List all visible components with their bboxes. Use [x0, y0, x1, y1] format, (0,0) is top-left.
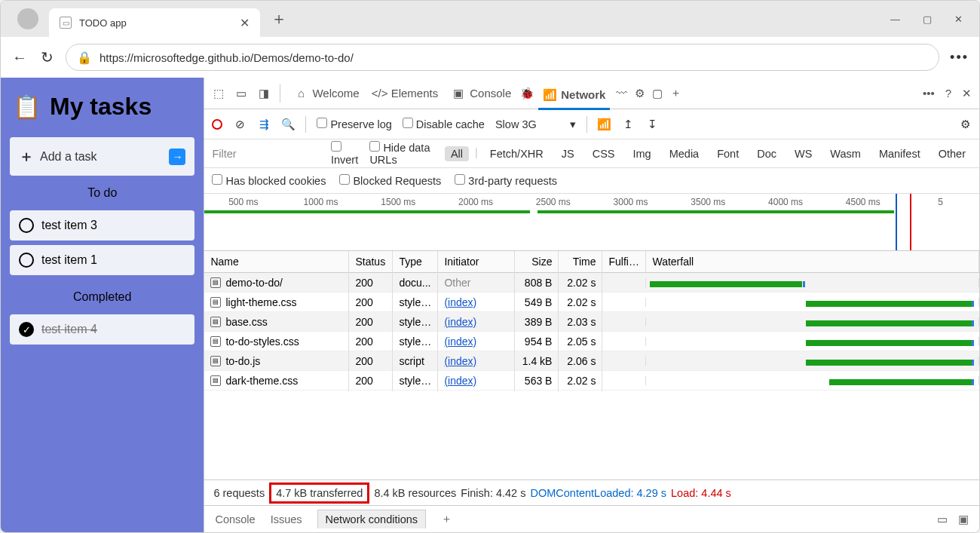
- request-row[interactable]: ▤demo-to-do/200docu...Other808 B2.02 s: [204, 273, 979, 293]
- todo-section-label: To do: [10, 186, 194, 200]
- drawer-computed-icon[interactable]: ▭: [937, 513, 948, 525]
- drawer-tabs: Console Issues Network conditions ＋ ▭ ▣: [204, 505, 979, 532]
- tab-network[interactable]: 📶Network: [538, 85, 610, 110]
- third-party-checkbox[interactable]: 3rd-party requests: [455, 174, 557, 187]
- help-icon[interactable]: ?: [945, 87, 951, 100]
- settings-gear-icon[interactable]: ⚙: [632, 87, 646, 100]
- filter-type-font[interactable]: Font: [711, 146, 745, 161]
- download-har-icon[interactable]: ↧: [646, 118, 660, 131]
- record-button[interactable]: [212, 119, 222, 130]
- tab-close-icon[interactable]: ✕: [240, 16, 250, 30]
- task-item-done[interactable]: ✓test item 4: [10, 314, 194, 345]
- devtools: ⬚ ▭ ◨ ⌂Welcome </>Elements ▣Console 🐞 📶N…: [204, 78, 979, 532]
- devtools-tabbar: ⬚ ▭ ◨ ⌂Welcome </>Elements ▣Console 🐞 📶N…: [204, 78, 979, 109]
- transferred-size: 4.7 kB transferred: [269, 482, 369, 504]
- new-tab-button[interactable]: ＋: [271, 8, 287, 30]
- filter-type-wasm[interactable]: Wasm: [824, 146, 867, 161]
- lock-icon: 🔒: [77, 51, 92, 65]
- tab-welcome[interactable]: ⌂Welcome: [289, 84, 363, 103]
- minimize-icon[interactable]: —: [890, 14, 900, 25]
- plus-icon: ＋: [19, 146, 34, 167]
- app-heading: 📋 My tasks: [10, 87, 194, 127]
- filter-type-media[interactable]: Media: [663, 146, 706, 161]
- request-row[interactable]: ▤dark-theme.css200styles...(index)563 B2…: [204, 371, 979, 391]
- filter-type-manifest[interactable]: Manifest: [873, 146, 926, 161]
- add-task-input[interactable]: ＋ Add a task →: [10, 137, 194, 176]
- drawer-network-conditions[interactable]: Network conditions: [317, 510, 427, 528]
- clear-icon[interactable]: ⊘: [233, 118, 247, 131]
- app-icon[interactable]: ▢: [651, 87, 664, 100]
- url-field[interactable]: 🔒 https://microsoftedge.github.io/Demos/…: [66, 44, 939, 71]
- request-row[interactable]: ▤light-theme.css200styles...(index)549 B…: [204, 293, 979, 312]
- resources-size: 8.4 kB resources: [374, 487, 456, 499]
- network-conditions-icon[interactable]: 📶: [598, 118, 611, 131]
- add-task-submit[interactable]: →: [169, 149, 185, 165]
- drawer-expand-icon[interactable]: ▣: [958, 513, 969, 525]
- requests-count: 6 requests: [213, 487, 265, 499]
- blocked-cookies-checkbox[interactable]: Has blocked cookies: [212, 174, 326, 187]
- favicon-icon: ▭: [60, 17, 72, 29]
- task-checkbox[interactable]: [19, 218, 34, 233]
- tab-elements[interactable]: </>Elements: [369, 84, 443, 103]
- filter-type-doc[interactable]: Doc: [751, 146, 782, 161]
- inspect-icon[interactable]: ⬚: [212, 87, 225, 100]
- tab-title: TODO app: [79, 17, 232, 29]
- task-checkbox[interactable]: [19, 253, 34, 268]
- browser-tab[interactable]: ▭ TODO app ✕: [49, 8, 260, 37]
- filter-type-other[interactable]: Other: [933, 146, 972, 161]
- request-row[interactable]: ▤to-do-styles.css200styles...(index)954 …: [204, 332, 979, 351]
- filter-type-ws[interactable]: WS: [789, 146, 818, 161]
- console-icon: ▣: [452, 87, 465, 100]
- task-checked-icon[interactable]: ✓: [19, 322, 34, 337]
- network-toolbar: ⊘ ⇶ 🔍 Preserve log Disable cache Slow 3G…: [204, 109, 979, 139]
- hide-data-urls-checkbox[interactable]: Hide data URLs: [369, 141, 436, 166]
- network-filter-bar: Filter Invert Hide data URLs All|Fetch/X…: [204, 139, 979, 168]
- upload-har-icon[interactable]: ↥: [622, 118, 635, 131]
- throttling-dropdown[interactable]: Slow 3G ▾: [495, 118, 576, 130]
- network-settings-icon[interactable]: ⚙: [958, 118, 972, 131]
- tab-console[interactable]: ▣Console: [447, 84, 516, 103]
- devtools-more-icon[interactable]: •••: [923, 87, 935, 100]
- maximize-icon[interactable]: ▢: [923, 14, 932, 25]
- todo-app: 📋 My tasks ＋ Add a task → To do test ite…: [1, 78, 204, 532]
- filter-type-js[interactable]: JS: [556, 146, 580, 161]
- preserve-log-checkbox[interactable]: Preserve log: [317, 118, 391, 130]
- request-row[interactable]: ▤to-do.js200script(index)1.4 kB2.06 s: [204, 351, 979, 371]
- performance-icon[interactable]: 〰: [614, 87, 628, 100]
- close-window-icon[interactable]: ✕: [954, 14, 963, 25]
- filter-toggle-icon[interactable]: ⇶: [257, 118, 271, 131]
- back-button[interactable]: ←: [11, 49, 28, 66]
- filter-type-all[interactable]: All: [445, 146, 469, 161]
- network-status-bar: 6 requests 4.7 kB transferred 8.4 kB res…: [204, 479, 979, 505]
- drawer-console[interactable]: Console: [215, 513, 255, 525]
- browser-menu-icon[interactable]: •••: [950, 50, 969, 66]
- task-item[interactable]: test item 3: [10, 210, 194, 240]
- file-icon: ▤: [210, 277, 221, 288]
- drawer-add-icon[interactable]: ＋: [441, 512, 452, 526]
- drawer-issues[interactable]: Issues: [271, 513, 302, 525]
- devtools-close-icon[interactable]: ✕: [962, 87, 972, 100]
- invert-checkbox[interactable]: Invert: [331, 141, 360, 166]
- filter-type-fetch/xhr[interactable]: Fetch/XHR: [484, 146, 550, 161]
- completed-section-label: Completed: [10, 290, 194, 304]
- filter-input[interactable]: Filter: [212, 148, 321, 160]
- file-icon: ▤: [210, 317, 221, 327]
- filter-type-img[interactable]: Img: [627, 146, 657, 161]
- bug-icon[interactable]: 🐞: [520, 87, 534, 100]
- network-timeline[interactable]: 500 ms1000 ms1500 ms2000 ms2500 ms3000 m…: [204, 194, 979, 251]
- more-tabs-plus-icon[interactable]: ＋: [669, 87, 682, 100]
- device-icon[interactable]: ▭: [234, 87, 248, 100]
- refresh-button[interactable]: ↻: [38, 48, 55, 66]
- finish-time: Finish: 4.42 s: [461, 487, 525, 499]
- profile-avatar[interactable]: [17, 8, 38, 29]
- dock-icon[interactable]: ◨: [257, 87, 271, 100]
- request-row[interactable]: ▤base.css200styles...(index)389 B2.03 s: [204, 312, 979, 332]
- search-icon[interactable]: 🔍: [281, 118, 295, 131]
- dcl-time: DOMContentLoaded: 4.29 s: [530, 487, 666, 499]
- table-header[interactable]: Name Status Type Initiator Size Time Ful…: [204, 251, 979, 273]
- disable-cache-checkbox[interactable]: Disable cache: [403, 118, 485, 130]
- task-item[interactable]: test item 1: [10, 245, 194, 275]
- filter-type-css[interactable]: CSS: [586, 146, 621, 161]
- blocked-requests-checkbox[interactable]: Blocked Requests: [339, 174, 441, 187]
- task-text: test item 1: [41, 253, 97, 267]
